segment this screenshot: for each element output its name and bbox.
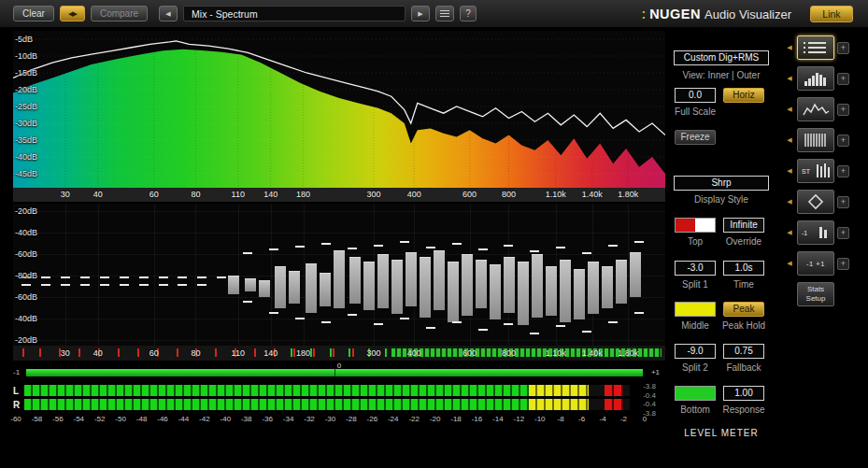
- meter-scale-label: -58: [32, 415, 43, 423]
- spectrum-ylabel: -20dB: [15, 85, 37, 94]
- split2-field[interactable]: -9.0: [675, 344, 716, 359]
- freq-label: 40: [93, 190, 103, 199]
- spectrum-bar: [462, 254, 473, 316]
- meter-segment-g: [24, 399, 529, 410]
- infinite-button[interactable]: Infinite: [723, 218, 764, 233]
- response-field[interactable]: 1.00: [723, 386, 764, 401]
- module-prev-icon[interactable]: ◀: [785, 167, 794, 175]
- middle-color-swatch[interactable]: [675, 302, 716, 317]
- preset-select[interactable]: Mix - Spectrum: [183, 6, 406, 21]
- module-add-button[interactable]: +: [837, 42, 849, 54]
- module-prev-icon[interactable]: ◀: [785, 229, 794, 236]
- split1-field[interactable]: -3.0: [675, 261, 716, 276]
- module-button-stereo-bars[interactable]: ST: [797, 159, 834, 183]
- note-tick-green: [330, 348, 332, 357]
- module-prev-icon[interactable]: ◀: [785, 44, 794, 51]
- peak-hold-dash: [197, 284, 206, 286]
- note-tick-green: [349, 348, 350, 357]
- fallback-field[interactable]: 0.75: [723, 344, 764, 359]
- module-add-button[interactable]: +: [837, 258, 849, 270]
- peak-hold-dash: [582, 252, 591, 254]
- meter-values: -3.8-0.4-0.4-3.8: [633, 382, 656, 418]
- module-add-button[interactable]: +: [837, 73, 849, 85]
- swap-arrows-button[interactable]: ◀▶: [60, 6, 85, 21]
- horiz-button[interactable]: Horiz: [723, 88, 764, 103]
- peak-hold-dash: [269, 312, 278, 314]
- peak-hold-dash: [530, 250, 539, 252]
- freq-label: 300: [366, 190, 380, 199]
- compare-button[interactable]: Compare: [91, 6, 148, 21]
- control-panel: Custom Dig+RMS View: Inner | Outer 0.0 H…: [665, 28, 777, 468]
- freq-label: 1.40k: [582, 190, 603, 199]
- help-button[interactable]: ?: [460, 6, 477, 21]
- spectrum-icon: [798, 98, 833, 121]
- module-add-button[interactable]: +: [837, 135, 849, 147]
- bars-ylabel: -80dB: [15, 271, 37, 280]
- bars-ylabel: -60dB: [15, 249, 37, 259]
- peak-hold-dash: [139, 284, 149, 286]
- module-prev-icon[interactable]: ◀: [785, 198, 794, 206]
- module-button-mini-meter[interactable]: -1: [797, 220, 834, 245]
- module-add-button[interactable]: +: [837, 165, 849, 177]
- display-style-select[interactable]: Shrp: [674, 176, 769, 191]
- freq-label: 1.80k: [618, 190, 638, 199]
- freq-label: 180: [296, 190, 310, 199]
- top-color-swatch[interactable]: [675, 218, 716, 233]
- swap-arrows-icon: ◀▶: [68, 10, 77, 18]
- meter-scale-label: -20: [430, 415, 441, 423]
- clear-button[interactable]: Clear: [13, 6, 54, 21]
- meter-value: -3.8: [633, 382, 656, 390]
- freq-label: 1.80k: [618, 348, 638, 358]
- freq-label: 140: [263, 348, 277, 358]
- bottom-color-swatch[interactable]: [675, 386, 716, 401]
- module-button-vectorscope[interactable]: [797, 190, 834, 214]
- meter-scale-label: -40: [221, 415, 232, 423]
- link-button[interactable]: Link: [810, 6, 853, 22]
- meter-value: -0.4: [633, 400, 656, 408]
- spectrum-bar: [574, 269, 585, 319]
- spectrum-svg: [13, 31, 665, 188]
- module-prev-icon[interactable]: ◀: [785, 75, 794, 82]
- left-arrow-icon: ◀: [165, 10, 170, 18]
- play-button[interactable]: ▶: [411, 6, 430, 21]
- note-tick-red: [118, 348, 120, 357]
- meter-track: [24, 385, 630, 396]
- peak-hold-dash: [139, 277, 149, 278]
- freeze-button[interactable]: Freeze: [675, 130, 716, 145]
- module-prev-icon[interactable]: ◀: [785, 136, 794, 144]
- meter-scale: -60-58-56-54-52-50-48-46-44-42-40-38-36-…: [0, 414, 665, 425]
- peak-hold-dash: [348, 314, 357, 316]
- spectrum-ylabel: -15dB: [15, 68, 37, 78]
- module-button-correlation[interactable]: -1 +1: [797, 251, 834, 276]
- module-add-button[interactable]: +: [837, 227, 849, 239]
- time-field[interactable]: 1.0s: [723, 261, 764, 276]
- freq-label: 60: [149, 348, 159, 358]
- spectrum-bar: [320, 273, 331, 306]
- peak-hold-dash: [608, 321, 618, 323]
- mode-select[interactable]: Custom Dig+RMS: [674, 50, 769, 65]
- module-button-histogram[interactable]: [797, 66, 834, 91]
- module-prev-icon[interactable]: ◀: [785, 106, 794, 113]
- note-tick-red: [22, 348, 24, 357]
- peak-button[interactable]: Peak: [723, 302, 764, 317]
- module-add-button[interactable]: +: [837, 104, 849, 116]
- preset-list-button[interactable]: [435, 6, 454, 21]
- prev-preset-button[interactable]: ◀: [159, 6, 178, 21]
- meter-scale-label: -8: [558, 415, 564, 423]
- full-scale-field[interactable]: 0.0: [675, 88, 716, 103]
- module-prev-icon[interactable]: ◀: [785, 260, 794, 267]
- meter-scale-label: -24: [388, 415, 399, 423]
- peak-hold-dash: [321, 321, 331, 323]
- module-add-button[interactable]: +: [837, 196, 849, 208]
- peak-hold-dash: [634, 312, 644, 314]
- note-tick-red: [254, 348, 256, 357]
- fallback-label: Fallback: [714, 362, 774, 373]
- spectrum-bar: [504, 257, 515, 313]
- freq-label: 300: [366, 348, 380, 358]
- module-button-spectrum[interactable]: [797, 97, 834, 121]
- module-button-list-lines[interactable]: [797, 35, 834, 60]
- meter-scale-label: -52: [94, 415, 106, 423]
- stats-setup-button[interactable]: Stats Setup: [797, 282, 834, 306]
- module-button-spectrogram[interactable]: [797, 128, 834, 152]
- spectrum-bar: [363, 262, 375, 310]
